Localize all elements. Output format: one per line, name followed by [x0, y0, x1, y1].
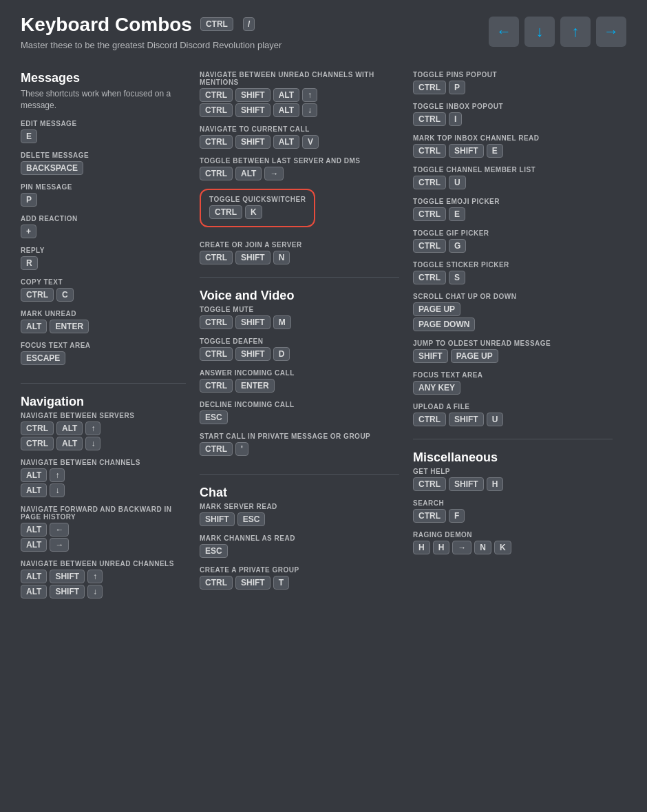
- shortcut-item: TOGGLE MUTECTRLSHIFTM: [200, 306, 399, 331]
- key-badge: CTRL: [200, 379, 233, 393]
- shortcut-item: NAVIGATE BETWEEN SERVERSCTRLALT↑CTRLALT↓: [21, 412, 186, 452]
- key-badge: M: [273, 315, 291, 329]
- shortcut-item: TOGGLE INBOX POPOUTCTRLI: [413, 103, 613, 127]
- key-badge: CTRL: [413, 81, 446, 94]
- main-content: Messages These shortcuts work when focus…: [21, 71, 626, 616]
- key-badge: ALT: [21, 483, 47, 497]
- key-badge: ↑: [85, 421, 100, 435]
- shortcut-label: FOCUS TEXT AREA: [413, 371, 613, 379]
- shortcut-item: NAVIGATE FORWARD AND BACKWARD IN PAGE HI…: [21, 506, 186, 553]
- key-badge: ↓: [87, 585, 103, 598]
- shortcut-item: SCROLL CHAT UP OR DOWNPAGE UPPAGE DOWN: [413, 293, 613, 333]
- key-badge: ALT: [21, 468, 47, 482]
- keys-row: E: [21, 129, 186, 145]
- shortcut-label: SEARCH: [413, 499, 613, 507]
- keys-row: CTRLALT→: [200, 167, 399, 182]
- key-badge: ↑: [87, 570, 103, 583]
- voice-section: Voice and Video TOGGLE MUTECTRLSHIFTMTOG…: [200, 289, 399, 457]
- keys-row: CTRLSHIFTN: [200, 251, 399, 266]
- key-badge: CTRL: [413, 271, 446, 284]
- chat-section: Chat MARK SERVER READSHIFTESCMARK CHANNE…: [200, 486, 399, 591]
- voice-title: Voice and Video: [200, 289, 399, 303]
- key-badge: H: [413, 541, 430, 554]
- key-badge: ESC: [200, 544, 228, 558]
- navigation-shortcuts-list: NAVIGATE BETWEEN SERVERSCTRLALT↑CTRLALT↓…: [21, 412, 186, 600]
- key-badge: CTRL: [200, 347, 233, 361]
- chat-shortcuts-list: MARK SERVER READSHIFTESCMARK CHANNEL AS …: [200, 503, 399, 591]
- key-badge: I: [449, 112, 462, 126]
- shortcut-item: FOCUS TEXT AREAANY KEY: [413, 371, 613, 396]
- key-badge: ↑: [302, 88, 317, 102]
- shortcut-item: FOCUS TEXT AREAESCAPE: [21, 342, 186, 366]
- keys-row: ESCAPE: [21, 351, 186, 366]
- title-ctrl-badge: CTRL: [200, 17, 233, 31]
- key-badge: ALT: [21, 570, 47, 583]
- title-row: Keyboard Combos CTRL /: [21, 14, 282, 36]
- keys-row: CTRLSHIFTM: [200, 315, 399, 331]
- keys-row: CTRLENTER: [200, 379, 399, 394]
- shortcut-item: CREATE OR JOIN A SERVERCTRLSHIFTN: [200, 241, 399, 266]
- nav-arrow-btn[interactable]: ↓: [524, 17, 555, 47]
- key-badge: ENTER: [50, 320, 89, 333]
- shortcut-item: DELETE MESSAGEBACKSPACE: [21, 152, 186, 176]
- keys-row: SHIFTESC: [200, 512, 399, 528]
- key-badge: SHIFT: [235, 315, 271, 329]
- key-badge: K: [494, 541, 511, 554]
- shortcut-item: SEARCHCTRLF: [413, 499, 613, 524]
- keys-row: ALTSHIFT↓: [21, 585, 186, 600]
- key-badge: +: [21, 225, 36, 238]
- key-badge: PAGE UP: [451, 349, 498, 363]
- key-badge: G: [449, 239, 466, 253]
- key-badge: ALT: [273, 88, 299, 102]
- shortcut-label: TOGGLE MUTE: [200, 306, 399, 313]
- keys-row: CTRLALT↓: [21, 437, 186, 452]
- keys-row: CTRLSHIFTD: [200, 347, 399, 362]
- shortcut-item: PIN MESSAGEP: [21, 183, 186, 208]
- key-badge: E: [487, 144, 503, 158]
- shortcut-label: EDIT MESSAGE: [21, 120, 186, 127]
- shortcut-item: NAVIGATE BETWEEN UNREAD CHANNELS WITH ME…: [200, 71, 399, 118]
- keys-row: CTRLALT↑: [21, 421, 186, 437]
- key-badge: ALT: [21, 523, 47, 537]
- key-badge: CTRL: [200, 135, 233, 149]
- shortcut-label: REPLY: [21, 247, 186, 254]
- shortcut-item: TOGGLE EMOJI PICKERCTRLE: [413, 198, 613, 222]
- key-badge: ANY KEY: [413, 381, 460, 395]
- nav-arrow-btn[interactable]: ↑: [560, 17, 591, 47]
- keys-row: CTRL': [200, 442, 399, 457]
- col-nav-voice-chat: NAVIGATE BETWEEN UNREAD CHANNELS WITH ME…: [200, 71, 413, 616]
- key-badge: PAGE UP: [413, 302, 460, 316]
- key-badge: N: [474, 541, 491, 554]
- shortcut-label: RAGING DEMON: [413, 531, 613, 539]
- key-badge: E: [449, 207, 465, 221]
- key-badge: SHIFT: [200, 512, 235, 526]
- key-badge: ↓: [85, 437, 100, 450]
- key-badge: R: [21, 256, 38, 270]
- nav-arrow-btn[interactable]: ←: [489, 17, 519, 47]
- shortcut-label: NAVIGATE BETWEEN CHANNELS: [21, 459, 186, 466]
- shortcut-item: TOGGLE QUICKSWITCHERCTRLK: [200, 189, 399, 234]
- key-badge: ALT: [21, 538, 47, 552]
- shortcut-label: CREATE A PRIVATE GROUP: [200, 566, 399, 574]
- shortcut-item: EDIT MESSAGEE: [21, 120, 186, 145]
- keys-row: P: [21, 193, 186, 208]
- shortcut-label: CREATE OR JOIN A SERVER: [200, 241, 399, 249]
- key-badge: CTRL: [21, 288, 54, 302]
- keys-row: CTRLSHIFTH: [413, 477, 613, 492]
- shortcut-label: MARK UNREAD: [21, 310, 186, 317]
- shortcut-label: NAVIGATE BETWEEN UNREAD CHANNELS WITH ME…: [200, 71, 399, 86]
- shortcut-label: FOCUS TEXT AREA: [21, 342, 186, 349]
- shortcut-item: MARK SERVER READSHIFTESC: [200, 503, 399, 528]
- shortcut-label: MARK CHANNEL AS READ: [200, 534, 399, 542]
- key-badge: ALT: [273, 135, 299, 149]
- shortcut-item: TOGGLE BETWEEN LAST SERVER AND DMSCTRLAL…: [200, 157, 399, 182]
- key-badge: SHIFT: [449, 144, 484, 158]
- nav-arrow-btn[interactable]: →: [596, 17, 626, 47]
- shortcut-item: MARK CHANNEL AS READESC: [200, 534, 399, 559]
- keys-row: HH→NK: [413, 541, 613, 556]
- page-title: Keyboard Combos: [21, 14, 192, 36]
- shortcut-item: GET HELPCTRLSHIFTH: [413, 468, 613, 492]
- key-badge: SHIFT: [449, 413, 484, 426]
- shortcut-label: TOGGLE EMOJI PICKER: [413, 198, 613, 205]
- keys-row: CTRLSHIFTALT↑: [200, 88, 399, 103]
